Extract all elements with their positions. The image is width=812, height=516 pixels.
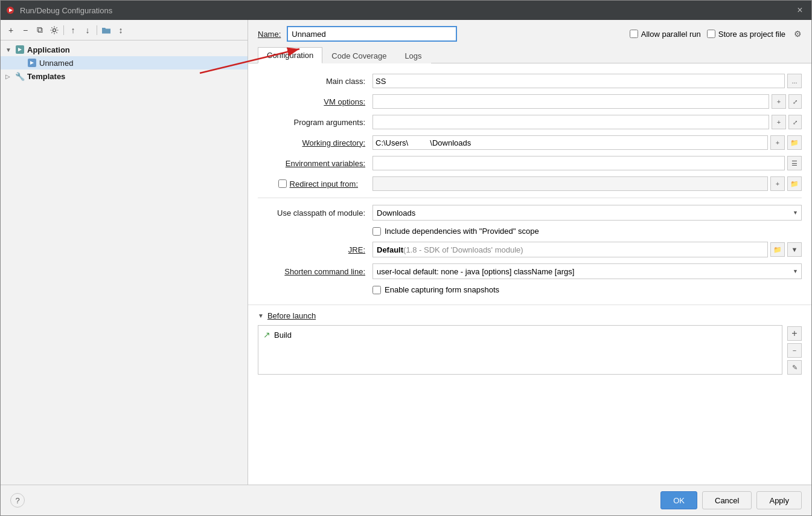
- svg-marker-3: [18, 48, 22, 51]
- main-class-control: ...: [372, 74, 802, 88]
- close-button[interactable]: ×: [793, 4, 807, 17]
- before-launch-remove-button[interactable]: −: [787, 343, 802, 358]
- jre-browse-button[interactable]: 📁: [770, 242, 785, 257]
- tab-configuration[interactable]: Configuration: [258, 47, 322, 63]
- svg-marker-4: [30, 61, 34, 65]
- tree-templates[interactable]: ▷ 🔧 Templates: [1, 69, 248, 83]
- before-launch-buttons: + − ✎: [787, 325, 802, 375]
- bottom-bar: ? OK Cancel Apply: [1, 485, 811, 515]
- before-launch-header: ▼ Before launch: [258, 311, 802, 320]
- templates-arrow: ▷: [5, 73, 13, 80]
- shorten-cmd-label: Shorten command line:: [258, 267, 372, 276]
- classpath-select[interactable]: Downloads: [372, 205, 802, 221]
- svg-point-2: [53, 28, 56, 31]
- move-up-button[interactable]: ↑: [66, 24, 80, 37]
- title-bar: Run/Debug Configurations ×: [1, 1, 811, 20]
- classpath-control: Downloads: [372, 205, 802, 221]
- title-bar-left: Run/Debug Configurations: [5, 5, 112, 15]
- settings-config-button[interactable]: [48, 24, 61, 37]
- ok-button[interactable]: OK: [660, 491, 697, 509]
- env-vars-input[interactable]: [372, 156, 785, 170]
- vm-options-row: VM options: + ⤢: [258, 91, 802, 112]
- allow-parallel-checkbox-item: Allow parallel run: [630, 30, 701, 39]
- dialog-title: Run/Debug Configurations: [20, 6, 112, 15]
- shorten-cmd-select[interactable]: user-local default: none - java [options…: [372, 263, 802, 279]
- redirect-input[interactable]: [372, 176, 768, 191]
- redirect-control: + 📁: [372, 176, 802, 191]
- include-deps-label: Include dependencies with "Provided" sco…: [385, 227, 539, 236]
- vm-add-button[interactable]: +: [772, 94, 786, 109]
- working-dir-label: Working directory:: [258, 138, 372, 147]
- gear-button[interactable]: ⚙: [794, 29, 802, 39]
- before-launch-title: Before launch: [267, 311, 316, 320]
- args-expand-button[interactable]: ⤢: [788, 115, 802, 129]
- cancel-button[interactable]: Cancel: [702, 491, 752, 509]
- templates-icon: 🔧: [15, 71, 25, 81]
- enable-snapshots-row: Enable capturing form snapshots: [258, 282, 802, 297]
- application-arrow: ▼: [5, 47, 13, 53]
- redirect-add-button[interactable]: +: [770, 176, 785, 191]
- jre-value: Default (1.8 - SDK of 'Downloads' module…: [372, 242, 768, 257]
- vm-expand-button[interactable]: ⤢: [788, 94, 802, 109]
- working-dir-add-button[interactable]: +: [770, 135, 785, 150]
- jre-label: JRE:: [258, 245, 372, 254]
- add-config-button[interactable]: +: [4, 24, 18, 37]
- allow-parallel-label: Allow parallel run: [641, 30, 701, 39]
- sort-button[interactable]: ↕: [114, 24, 127, 37]
- tabs-bar: Configuration Code Coverage Logs: [248, 47, 811, 63]
- env-vars-label: Environment variables:: [258, 159, 372, 168]
- args-add-button[interactable]: +: [772, 115, 786, 129]
- application-label: Application: [27, 45, 70, 54]
- working-dir-row: Working directory: + 📁: [258, 132, 802, 153]
- env-vars-edit-button[interactable]: ☰: [787, 156, 802, 170]
- program-args-input[interactable]: [372, 115, 769, 129]
- config-form: Main class: ... VM options: +: [248, 63, 811, 305]
- main-class-label: Main class:: [258, 77, 372, 86]
- before-launch-edit-button[interactable]: ✎: [787, 360, 802, 375]
- jre-dropdown-button[interactable]: ▼: [787, 242, 802, 257]
- program-args-control: + ⤢: [372, 115, 802, 129]
- vm-options-label: VM options:: [258, 97, 372, 106]
- tree-unnamed[interactable]: ▷ Unnamed: [1, 56, 248, 69]
- build-label: Build: [274, 331, 292, 340]
- enable-snapshots-checkbox[interactable]: [372, 286, 381, 294]
- tab-code-coverage[interactable]: Code Coverage: [322, 48, 395, 63]
- unnamed-label: Unnamed: [39, 59, 73, 68]
- include-deps-checkbox[interactable]: [372, 227, 381, 236]
- copy-config-button[interactable]: ⧉: [33, 24, 46, 37]
- before-launch-build-item[interactable]: ↗ Build: [261, 328, 779, 341]
- vm-options-input[interactable]: [372, 94, 769, 109]
- redirect-label: Redirect input from:: [258, 179, 372, 189]
- toolbar-sep2: [97, 25, 97, 35]
- working-dir-input[interactable]: [372, 135, 768, 150]
- before-launch-add-button[interactable]: +: [787, 326, 802, 341]
- redirect-browse-button[interactable]: 📁: [787, 176, 802, 191]
- help-button[interactable]: ?: [10, 493, 25, 508]
- redirect-checkbox[interactable]: [278, 179, 287, 188]
- tab-logs[interactable]: Logs: [395, 48, 430, 63]
- jre-row: JRE: Default (1.8 - SDK of 'Downloads' m…: [258, 239, 802, 260]
- apply-button[interactable]: Apply: [756, 491, 802, 509]
- main-class-browse-button[interactable]: ...: [787, 74, 802, 88]
- store-project-checkbox[interactable]: [707, 30, 715, 38]
- toolbar: + − ⧉ ↑ ↓ ↕: [1, 20, 248, 40]
- allow-parallel-checkbox[interactable]: [630, 30, 638, 38]
- classpath-label: Use classpath of module:: [258, 208, 372, 218]
- jre-input-row: Default (1.8 - SDK of 'Downloads' module…: [372, 242, 802, 257]
- templates-label: Templates: [27, 72, 65, 81]
- folder-button[interactable]: [100, 24, 113, 37]
- move-down-button[interactable]: ↓: [81, 24, 94, 37]
- name-input[interactable]: [287, 26, 457, 42]
- main-class-input[interactable]: [372, 74, 785, 88]
- remove-config-button[interactable]: −: [19, 24, 32, 37]
- working-dir-browse-button[interactable]: 📁: [787, 135, 802, 150]
- main-class-row: Main class: ...: [258, 71, 802, 91]
- shorten-cmd-row: Shorten command line: user-local default…: [258, 260, 802, 282]
- tree-application[interactable]: ▼ Application: [1, 43, 248, 56]
- name-row: Name: Allow parallel run Store as projec…: [248, 20, 811, 47]
- redirect-row: Redirect input from: + 📁: [258, 173, 802, 194]
- program-args-label: Program arguments:: [258, 118, 372, 127]
- jre-control: Default (1.8 - SDK of 'Downloads' module…: [372, 242, 802, 257]
- before-launch-arrow[interactable]: ▼: [258, 312, 264, 319]
- classpath-row: Use classpath of module: Downloads: [258, 202, 802, 224]
